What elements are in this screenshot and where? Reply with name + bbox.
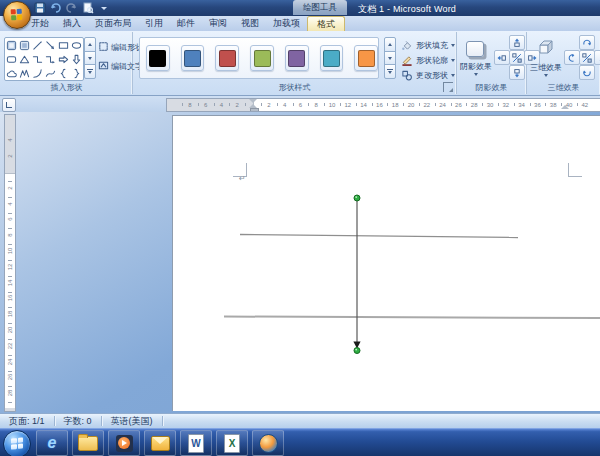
edit-text-icon [98,60,109,73]
shadow-nudge-up-button[interactable] [509,35,525,50]
shape-style-swatch-5[interactable] [285,45,309,71]
gallery-scroll-down-button[interactable] [84,51,96,66]
shape-style-swatch-1[interactable] [146,45,170,71]
qat-customize-quick-access-button[interactable] [97,2,110,15]
shape-style-gallery [139,37,379,79]
shape-style-swatch-3[interactable] [215,45,239,71]
taskbar-button-media-player[interactable] [108,430,140,456]
three-d-effects-button[interactable]: 三维效果 [530,35,562,83]
style-scroll-up-button[interactable] [384,37,396,52]
ruler-number: 6 [299,101,302,109]
ruler-number: 16 [376,101,383,109]
taskbar: eWX [0,428,600,456]
edit-shape-button[interactable]: 编辑形状 [98,40,132,54]
status-language[interactable]: 英语(美国) [102,415,162,428]
tab-format[interactable]: 格式 [307,16,345,31]
shape-style-swatch-4[interactable] [250,45,274,71]
vertical-line-selected-endpoint-handle-1[interactable] [354,195,360,201]
shape-style-swatch-2[interactable] [181,45,205,71]
tab-references[interactable]: 引用 [138,16,170,31]
shape-rectangle[interactable] [57,38,70,52]
shape-gallery-scrollbar [84,37,96,79]
office-button[interactable] [3,1,31,29]
shape-recent-shape-2[interactable] [18,38,31,52]
horizontal-line-top[interactable] [240,235,518,238]
ruler-number: 4 [283,101,286,109]
tab-add-ins[interactable]: 加载项 [266,16,307,31]
taskbar-button-internet-explorer[interactable]: e [36,430,68,456]
first-line-indent-marker[interactable] [249,99,257,103]
shadow-nudge-left-button[interactable] [494,50,510,65]
tab-mailings[interactable]: 邮件 [170,16,202,31]
tab-insert[interactable]: 插入 [56,16,88,31]
taskbar-button-windows-explorer[interactable] [72,430,104,456]
three-d-rotate-cluster [564,35,600,79]
shape-curve[interactable] [44,66,57,80]
qat-undo-button[interactable] [49,2,62,15]
three-d-toggle-button[interactable] [579,50,595,65]
shadow-nudge-down-button[interactable] [509,65,525,80]
ruler-row: 8642246810121416182022242628303234363840… [0,96,600,112]
shape-isosceles-triangle[interactable] [18,52,31,66]
shape-style-swatch-6[interactable] [320,45,344,71]
tilt-right-button[interactable] [594,50,600,65]
shape-freeform[interactable] [18,66,31,80]
tilt-down-button[interactable] [579,65,595,80]
shape-arc[interactable] [31,66,44,80]
style-scroll-down-button[interactable] [384,51,396,66]
taskbar-button-outlook[interactable] [144,430,176,456]
shape-down-arrow[interactable] [70,52,83,66]
status-word-count[interactable]: 字数: 0 [55,415,101,428]
shape-fill-button[interactable]: 形状填充 [401,38,455,52]
taskbar-button-word[interactable]: W [180,430,212,456]
tab-page-layout[interactable]: 页面布局 [88,16,138,31]
shadow-effects-button[interactable]: 阴影效果 [460,35,492,83]
status-bar: 页面: 1/1 字数: 0 英语(美国) [0,413,600,428]
vertical-line-selected-endpoint-handle-2[interactable] [354,348,360,354]
window-title: 文档 1 - Microsoft Word [358,3,456,16]
shape-left-brace[interactable] [57,66,70,80]
ruler-number: 8 [188,101,191,109]
taskbar-button-media-center[interactable] [252,430,284,456]
shadow-toggle-button[interactable] [509,50,525,65]
tilt-left-button[interactable] [564,50,580,65]
left-tab-icon [6,102,12,108]
gallery-scroll-up-button[interactable] [84,37,96,52]
shape-line[interactable] [31,38,44,52]
gallery-more-button[interactable] [84,64,96,79]
group-label-3d-effects: 三维效果 [527,82,600,93]
ruler-number: 4 [220,101,223,109]
tab-row: 开始插入页面布局引用邮件审阅视图加载项格式 [0,16,600,31]
drawing-overlay [0,112,600,413]
ruler-number: 14 [360,101,367,109]
ruler-number: 12 [344,101,351,109]
ruler-number: 36 [534,101,541,109]
qat-redo-button[interactable] [65,2,78,15]
shape-cloud[interactable] [5,66,18,80]
shape-arrow[interactable] [44,38,57,52]
tab-review[interactable]: 审阅 [202,16,234,31]
horizontal-line-bottom[interactable] [224,317,600,319]
shape-right-brace[interactable] [70,66,83,80]
shape-elbow-arrow-connector[interactable] [44,52,57,66]
shape-style-swatch-7[interactable] [354,45,378,71]
shape-elbow-connector[interactable] [31,52,44,66]
ribbon: 编辑形状 编辑文字 插入形状 形状填充 形状轮廓 [0,31,600,96]
shape-oval[interactable] [70,38,83,52]
group-insert-shapes: 编辑形状 编辑文字 插入形状 [1,32,133,94]
tab-stop-selector[interactable] [2,98,16,112]
shape-outline-button[interactable]: 形状轮廓 [401,53,455,67]
status-page-number[interactable]: 页面: 1/1 [0,415,54,428]
start-button[interactable] [3,430,31,456]
shape-right-arrow[interactable] [57,52,70,66]
edit-text-button[interactable]: 编辑文字 [98,59,132,73]
change-shape-button[interactable]: 更改形状 [401,68,455,82]
shape-recent-shape-1[interactable] [5,38,18,52]
qat-save-button[interactable] [33,2,46,15]
style-more-button[interactable] [384,64,396,79]
taskbar-button-excel[interactable]: X [216,430,248,456]
shape-rounded-rectangle[interactable] [5,52,18,66]
tab-view[interactable]: 视图 [234,16,266,31]
qat-print-preview-button[interactable] [81,2,94,15]
tilt-up-button[interactable] [579,35,595,50]
